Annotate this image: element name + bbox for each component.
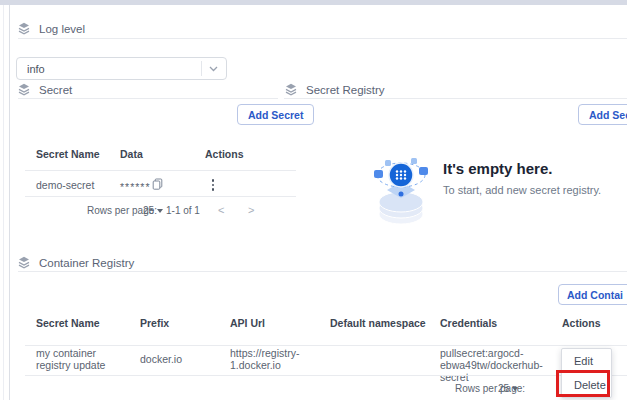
prefix-cell: docker.io xyxy=(140,353,182,365)
column-header: API Url xyxy=(230,317,265,329)
secret-name-cell: demo-secret xyxy=(36,179,94,191)
column-header: Actions xyxy=(205,148,244,160)
rows-per-page-select[interactable]: 25 xyxy=(498,383,518,394)
layers-icon xyxy=(18,83,30,96)
registry-stack-illustration xyxy=(372,148,430,226)
registry-name-cell: my container registry update xyxy=(36,347,132,371)
column-header: Secret Name xyxy=(36,148,100,160)
window-top-strip xyxy=(0,0,627,5)
settings-page: Log level info Secret Add Secret Secret … xyxy=(0,0,627,400)
section-label: Log level xyxy=(39,23,85,35)
caret-down-icon xyxy=(512,387,518,391)
column-header: Prefix xyxy=(140,317,169,329)
layers-icon xyxy=(18,22,30,35)
add-secret-registry-button[interactable]: Add Sec xyxy=(578,104,627,125)
row-actions-context-menu: Edit Delete xyxy=(561,348,612,398)
empty-state-subtitle: To start, add new secret registry. xyxy=(443,184,601,196)
column-header: Credentials xyxy=(440,317,497,329)
secret-registry-section-header: Secret Registry xyxy=(285,83,385,96)
api-url-cell: https://registry-1.docker.io xyxy=(230,347,318,371)
select-separator xyxy=(201,61,202,76)
secret-data-masked: ****** xyxy=(120,181,151,193)
divider xyxy=(25,345,627,346)
copy-icon[interactable] xyxy=(152,176,163,194)
log-level-value: info xyxy=(17,63,201,75)
column-header: Secret Name xyxy=(36,317,100,329)
menu-item-edit[interactable]: Edit xyxy=(562,349,611,373)
pagination-range: 1-1 of 1 xyxy=(166,205,200,216)
layers-icon xyxy=(18,256,30,269)
column-header: Actions xyxy=(562,317,601,329)
log-level-section-header: Log level xyxy=(18,22,85,35)
layers-icon xyxy=(285,83,297,96)
divider xyxy=(25,170,296,171)
column-header: Data xyxy=(120,148,143,160)
rows-per-page-select[interactable]: 25 xyxy=(143,205,163,216)
divider xyxy=(18,38,627,39)
section-label: Secret Registry xyxy=(306,84,385,96)
kebab-menu-icon[interactable] xyxy=(206,177,220,193)
divider xyxy=(284,98,627,99)
credentials-cell: pullsecret:argocd-ebwa49tw/dockerhub-sec… xyxy=(440,347,570,383)
section-label: Secret xyxy=(39,84,72,96)
page-prev-icon[interactable]: < xyxy=(218,204,224,216)
divider xyxy=(25,196,296,197)
left-panel-edge xyxy=(3,5,4,400)
caret-down-icon xyxy=(157,209,163,213)
divider xyxy=(18,271,627,272)
add-container-registry-button[interactable]: Add Contai xyxy=(558,284,627,305)
add-secret-button[interactable]: Add Secret xyxy=(237,104,314,125)
container-registry-section-header: Container Registry xyxy=(18,256,134,269)
left-panel-edge xyxy=(9,5,10,400)
secret-section-header: Secret xyxy=(18,83,72,96)
section-label: Container Registry xyxy=(39,257,134,269)
log-level-select[interactable]: info xyxy=(16,57,227,80)
chevron-down-icon xyxy=(209,66,218,72)
menu-item-delete[interactable]: Delete xyxy=(562,373,611,397)
page-next-icon[interactable]: > xyxy=(248,204,254,216)
divider xyxy=(25,375,627,376)
empty-state-title: It's empty here. xyxy=(443,160,552,177)
column-header: Default namespace xyxy=(330,317,426,329)
divider xyxy=(18,98,278,99)
